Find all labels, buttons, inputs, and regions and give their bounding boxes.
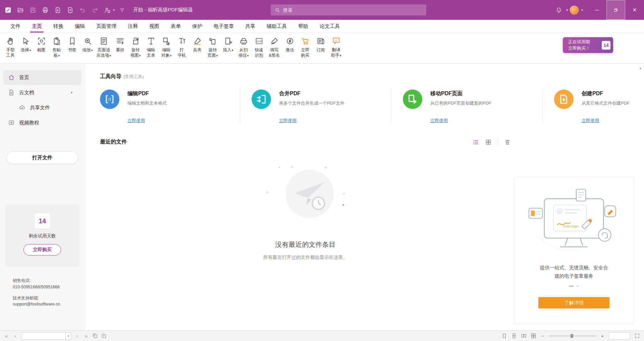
highlight-button[interactable]: 高亮 bbox=[190, 36, 205, 54]
fill-sign-button[interactable]: 填写 &签名 bbox=[267, 36, 282, 59]
clear-recent-trash-icon[interactable] bbox=[504, 139, 511, 146]
print-icon[interactable] bbox=[42, 7, 49, 13]
menu-item-accessibility[interactable]: 辅助工具 bbox=[261, 20, 292, 33]
use-now-link[interactable]: 立即使用 bbox=[582, 118, 599, 124]
menu-item-convert[interactable]: 转换 bbox=[48, 20, 69, 33]
carousel-dot-active[interactable] bbox=[569, 285, 574, 287]
save-icon[interactable] bbox=[30, 7, 36, 13]
search-input[interactable] bbox=[283, 7, 422, 13]
cart-button[interactable]: 立即 购买 bbox=[298, 36, 313, 59]
create-from-file-icon[interactable] bbox=[67, 7, 73, 13]
previous-page-button[interactable]: ‹ bbox=[12, 333, 18, 339]
single-page-view-icon[interactable] bbox=[501, 333, 507, 339]
scanner-button[interactable]: 从扫 描仪▾ bbox=[236, 36, 251, 59]
menu-item-help[interactable]: 帮助 bbox=[292, 20, 314, 33]
subscribe-button[interactable]: 订阅 bbox=[313, 36, 328, 54]
sidebar-item-video-tutorials[interactable]: 视频教程 bbox=[3, 115, 81, 130]
protect-account-icon[interactable] bbox=[104, 7, 111, 13]
use-now-link[interactable]: 立即使用 bbox=[127, 118, 145, 124]
page-number-combo[interactable]: ▾ bbox=[21, 332, 71, 340]
last-page-button[interactable]: » bbox=[83, 333, 89, 339]
select-button[interactable]: 选择▾ bbox=[18, 36, 34, 54]
empty-state-illustration: + + + ● ● ● bbox=[235, 154, 376, 235]
sidebar-item-cloud-docs[interactable]: 云文档▾ bbox=[3, 85, 81, 100]
sidebar-item-home[interactable]: 首页 bbox=[3, 70, 81, 85]
facing-continuous-view-icon[interactable] bbox=[531, 333, 536, 339]
carousel-dot[interactable] bbox=[576, 285, 579, 287]
menu-item-page-manage[interactable]: 页面管理 bbox=[91, 20, 122, 33]
hand-tool-button[interactable]: 手型 工具 bbox=[3, 36, 18, 59]
redo-icon[interactable] bbox=[92, 7, 98, 13]
menu-item-protect[interactable]: 保护 bbox=[186, 20, 208, 33]
next-page-button[interactable]: › bbox=[74, 333, 80, 339]
menu-item-form[interactable]: 表单 bbox=[165, 20, 186, 33]
page-number-input[interactable] bbox=[22, 334, 65, 338]
zoom-slider-thumb[interactable] bbox=[571, 334, 573, 338]
edit-object-icon bbox=[162, 37, 171, 46]
fullscreen-icon[interactable] bbox=[634, 333, 640, 339]
minimize-button[interactable]: ─ bbox=[588, 0, 606, 20]
menu-item-home[interactable]: 主页 bbox=[26, 20, 48, 33]
menu-item-edit[interactable]: 编辑 bbox=[69, 20, 91, 33]
open-folder-icon[interactable] bbox=[17, 7, 24, 13]
clipboard-button[interactable]: 剪贴 板▾ bbox=[49, 36, 64, 59]
hand-tool-icon bbox=[6, 37, 15, 46]
restore-button[interactable] bbox=[606, 0, 625, 20]
search-bar[interactable] bbox=[271, 4, 426, 15]
facing-view-icon[interactable] bbox=[521, 333, 527, 339]
menu-item-esign[interactable]: 电子签章 bbox=[208, 20, 239, 33]
learn-more-button[interactable]: 了解详情 bbox=[538, 297, 609, 308]
snapshot-pages-alt-icon[interactable] bbox=[101, 333, 107, 339]
activate-button[interactable]: 激活 bbox=[282, 36, 298, 54]
list-view-icon[interactable] bbox=[472, 139, 479, 146]
sidebar-item-shared-files[interactable]: 共享文件 bbox=[3, 100, 81, 115]
zoom-out-button[interactable]: − bbox=[540, 333, 545, 339]
typewriter-button[interactable]: 打 字机 bbox=[174, 36, 190, 59]
support-email-link[interactable]: support@foxitsoftware.cn bbox=[13, 302, 60, 306]
open-file-button[interactable]: 打开文件 bbox=[6, 151, 78, 164]
menu-item-view[interactable]: 视图 bbox=[144, 20, 165, 33]
search-icon bbox=[275, 7, 280, 13]
menu-item-share[interactable]: 共享 bbox=[239, 20, 261, 33]
scrollbar-up-arrow[interactable]: ▲ bbox=[639, 66, 642, 70]
notifications-bell-icon[interactable] bbox=[555, 7, 562, 13]
ribbon-mode-toggle-icon[interactable]: ▽ bbox=[120, 7, 124, 12]
snapshot-pages-icon[interactable] bbox=[92, 333, 98, 339]
bookmark-button[interactable]: 书签 bbox=[64, 36, 80, 54]
menu-item-comment[interactable]: 注释 bbox=[122, 20, 144, 33]
menu-item-file[interactable]: 文件 bbox=[5, 20, 26, 33]
chevron-down-icon[interactable]: ▾ bbox=[65, 333, 71, 339]
rotate-pages-button[interactable]: 旋转 页面▾ bbox=[205, 36, 220, 59]
zoom-level-box[interactable] bbox=[609, 332, 630, 340]
zoom-tools-button[interactable]: 缩放▾ bbox=[80, 36, 95, 54]
export-pdf-icon[interactable] bbox=[54, 7, 61, 13]
grid-view-icon[interactable] bbox=[485, 139, 492, 146]
zoom-level-input[interactable] bbox=[609, 333, 630, 339]
rotate-view-button[interactable]: 旋转 视图▾ bbox=[128, 36, 143, 59]
close-button[interactable]: × bbox=[625, 0, 644, 20]
undo-icon[interactable] bbox=[79, 7, 86, 13]
user-avatar[interactable] bbox=[570, 6, 579, 14]
zoom-slider[interactable] bbox=[549, 334, 596, 338]
chevron-down-icon[interactable]: ▾ bbox=[581, 8, 583, 12]
edit-text-button[interactable]: 编辑 文本 bbox=[143, 36, 159, 59]
continuous-view-icon[interactable] bbox=[511, 333, 517, 339]
tool-label: 插入 bbox=[223, 48, 231, 52]
ocr-button[interactable]: OCR快速 识别 bbox=[251, 36, 267, 59]
reflow-button[interactable]: 重排 bbox=[112, 36, 128, 54]
use-now-link[interactable]: 立即使用 bbox=[279, 118, 297, 124]
trial-period-badge[interactable]: 正在试用期 立即购买！ 14 bbox=[563, 37, 613, 53]
chevron-down-icon[interactable]: ▾ bbox=[566, 8, 568, 12]
chevron-down-icon[interactable]: ▾ bbox=[113, 8, 115, 12]
menu-item-paper-tools[interactable]: 论文工具 bbox=[314, 20, 345, 33]
fit-page-button[interactable]: 页面适 应选项▾ bbox=[95, 36, 112, 59]
translate-button[interactable]: A翻译 助手▾ bbox=[328, 36, 344, 59]
esign-brand-text: Foxit eSign bbox=[563, 225, 578, 228]
edit-object-button[interactable]: 编辑 对象▾ bbox=[159, 36, 174, 59]
zoom-in-button[interactable]: + bbox=[600, 333, 605, 339]
buy-now-button[interactable]: 立即购买 bbox=[23, 244, 61, 255]
first-page-button[interactable]: « bbox=[3, 333, 9, 339]
snapshot-button[interactable]: 截图 bbox=[34, 36, 49, 54]
insert-button[interactable]: 插入▾ bbox=[220, 36, 236, 54]
use-now-link[interactable]: 立即使用 bbox=[430, 118, 448, 124]
